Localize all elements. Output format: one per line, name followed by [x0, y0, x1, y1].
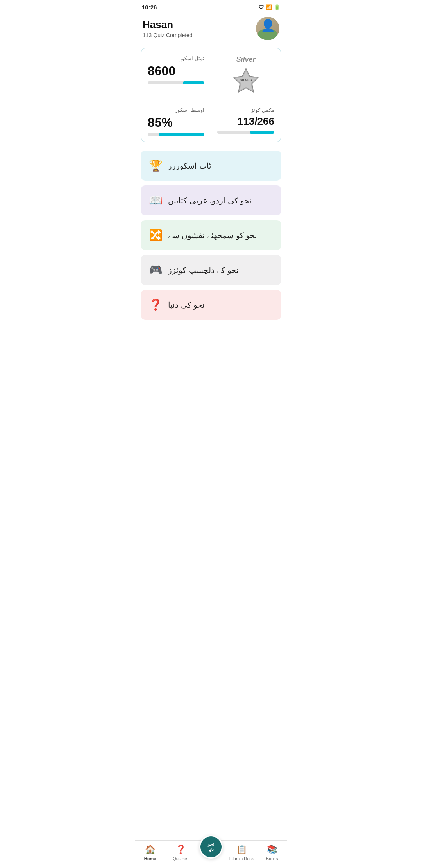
- battery-icon: 🔋: [274, 4, 280, 10]
- top-scorers-card[interactable]: ٹاپ اسکوررز 🏆: [141, 151, 281, 181]
- status-time: 10:26: [142, 4, 157, 11]
- total-score-progress-bar: [148, 81, 204, 84]
- total-score-cell: ٹوٹل اسکور 8600: [141, 48, 211, 100]
- quizzes-menu-label: نحو کے دلچسپ کوئزز: [168, 265, 239, 275]
- status-bar: 10:26 🛡 📶 🔋: [135, 0, 287, 13]
- header: Hasan 113 Quiz Completed: [135, 13, 287, 48]
- total-score-label: ٹوٹل اسکور: [148, 56, 204, 61]
- book-icon: 📖: [149, 194, 163, 207]
- silver-badge-icon: SILVER: [233, 68, 259, 93]
- avg-score-progress-bar: [148, 133, 204, 136]
- quiz-count: 113 Quiz Completed: [143, 32, 193, 38]
- avatar-image: [256, 17, 279, 40]
- nahw-duniya-label: نحو کی دنیا: [168, 300, 205, 310]
- maps-label: نحو کو سمجھئے نقشوں سے: [168, 231, 257, 240]
- silver-badge-cell: Silver SILVER: [211, 48, 281, 100]
- quizzes-value: 113/266: [217, 115, 274, 127]
- quiz-icon: 🎮: [149, 264, 163, 276]
- nahw-duniya-card[interactable]: نحو کی دنیا ❓: [141, 290, 281, 320]
- avg-score-progress-fill: [159, 133, 204, 136]
- total-score-value: 8600: [148, 64, 204, 78]
- stats-grid: ٹوٹل اسکور 8600 Silver SILVER اوسطا اسکو…: [141, 48, 281, 142]
- quizzes-card[interactable]: نحو کے دلچسپ کوئزز 🎮: [141, 255, 281, 285]
- maps-card[interactable]: نحو کو سمجھئے نقشوں سے 🔀: [141, 220, 281, 250]
- header-text: Hasan 113 Quiz Completed: [143, 19, 193, 38]
- shield-icon: 🛡: [259, 4, 264, 10]
- top-scorers-label: ٹاپ اسکوررز: [168, 161, 211, 170]
- question-icon: ❓: [149, 298, 163, 311]
- quizzes-progress-bar: [217, 131, 274, 134]
- trophy-icon: 🏆: [149, 159, 163, 172]
- diagram-icon: 🔀: [149, 229, 163, 242]
- books-card[interactable]: نحو کی اردو، عربی کتابیں 📖: [141, 185, 281, 215]
- quizzes-progress-fill: [250, 131, 274, 134]
- menu-cards: ٹاپ اسکوررز 🏆 نحو کی اردو، عربی کتابیں 📖…: [141, 151, 281, 320]
- badge-level: Silver: [236, 56, 255, 64]
- username: Hasan: [143, 19, 193, 31]
- svg-text:SILVER: SILVER: [240, 78, 252, 82]
- signal-icon: 📶: [266, 4, 272, 10]
- quizzes-label: مکمل کوئز: [217, 107, 274, 113]
- quizzes-cell: مکمل کوئز 113/266: [211, 100, 281, 142]
- total-score-progress-fill: [183, 81, 204, 84]
- avatar: [256, 17, 279, 40]
- books-label: نحو کی اردو، عربی کتابیں: [168, 196, 252, 205]
- status-icons: 🛡 📶 🔋: [259, 4, 280, 10]
- avg-score-value: 85%: [148, 115, 204, 130]
- avg-score-cell: اوسطا اسکور 85%: [141, 100, 211, 142]
- avg-score-label: اوسطا اسکور: [148, 107, 204, 113]
